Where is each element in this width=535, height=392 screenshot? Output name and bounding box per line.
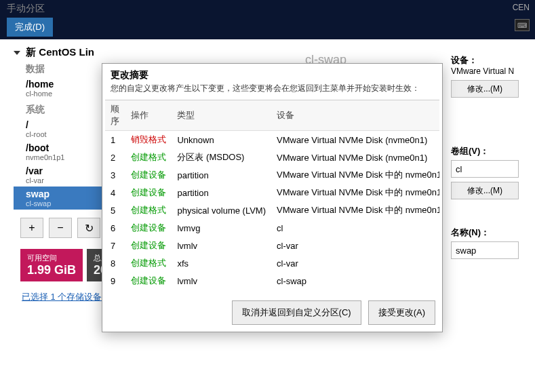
available-space-label: 可用空间 [27,253,76,263]
device-value: VMware Virtual N [451,66,532,76]
cell-device: cl [271,219,439,237]
header-bar: 手动分区 完成(D) CEN ⌨ [0,0,535,39]
cancel-button[interactable]: 取消并返回到自定义分区(C) [232,300,361,325]
dialog-title: 更改摘要 [102,64,442,83]
cell-order: 7 [105,237,125,254]
vg-select[interactable] [451,160,519,178]
cell-order: 9 [105,272,125,290]
dialog-footer: 取消并返回到自定义分区(C) 接受更改(A) [102,294,442,332]
cell-action: 创建设备 [125,219,172,237]
table-row[interactable]: 8创建格式xfscl-var [105,254,439,272]
table-row[interactable]: 6创建设备lvmvgcl [105,219,439,237]
cell-action: 创建设备 [125,237,172,254]
distro-hint: CEN [513,3,530,12]
cell-device: VMware Virtual NVMe Disk 中的 nvme0n1p [271,166,439,184]
table-row[interactable]: 1销毁格式UnknownVMware Virtual NVMe Disk (nv… [105,131,439,149]
cell-action: 创建设备 [125,184,172,201]
cell-type: 分区表 (MSDOS) [172,149,271,166]
col-type: 类型 [172,100,271,131]
table-row[interactable]: 4创建设备partitionVMware Virtual NVMe Disk 中… [105,184,439,201]
col-device: 设备 [271,100,439,131]
cell-device: cl-var [271,254,439,272]
vg-modify-button[interactable]: 修改...(M) [451,182,519,199]
cell-action: 销毁格式 [125,131,172,149]
cell-device: cl-swap [271,272,439,290]
cell-action: 创建格式 [125,201,172,219]
device-label: 设备： [451,54,532,66]
cell-order: 1 [105,131,125,149]
available-space-box: 可用空间 1.99 GiB [20,249,83,281]
cell-device: VMware Virtual NVMe Disk 中的 nvme0n1p [271,184,439,201]
reload-button[interactable]: ↻ [77,218,100,238]
name-input[interactable] [451,241,519,259]
done-button[interactable]: 完成(D) [7,18,53,37]
dialog-description: 您的自定义更改将产生以下变更，这些变更将会在您返回到主菜单并开始安装时生效： [102,83,442,100]
cell-action: 创建设备 [125,272,172,290]
cell-device: VMware Virtual NVMe Disk (nvme0n1) [271,149,439,166]
cell-type: lvmlv [172,237,271,254]
table-row[interactable]: 5创建格式physical volume (LVM)VMware Virtual… [105,201,439,219]
cell-device: VMware Virtual NVMe Disk (nvme0n1) [271,131,439,149]
chevron-down-icon [14,51,20,55]
changes-table: 顺序 操作 类型 设备 1销毁格式UnknownVMware Virtual N… [105,100,439,294]
dialog-table-wrap: 顺序 操作 类型 设备 1销毁格式UnknownVMware Virtual N… [105,100,439,294]
cell-device: cl-var [271,237,439,254]
col-order: 顺序 [105,100,125,131]
cell-type: lvmvg [172,219,271,237]
cell-order: 6 [105,219,125,237]
change-summary-dialog: 更改摘要 您的自定义更改将产生以下变更，这些变更将会在您返回到主菜单并开始安装时… [102,63,443,332]
add-mount-button[interactable]: + [20,218,43,238]
cell-order: 8 [105,254,125,272]
vg-label: 卷组(V)： [451,145,532,157]
cell-order: 3 [105,166,125,184]
cell-type: physical volume (LVM) [172,201,271,219]
cell-type: xfs [172,254,271,272]
keyboard-icon[interactable]: ⌨ [515,19,530,31]
new-install-label: 新 CentOS Lin [26,46,94,58]
cell-action: 创建格式 [125,149,172,166]
table-row[interactable]: 2创建格式分区表 (MSDOS)VMware Virtual NVMe Disk… [105,149,439,166]
remove-mount-button[interactable]: − [49,218,72,238]
cell-action: 创建设备 [125,166,172,184]
page-title: 手动分区 [7,0,528,15]
cell-order: 5 [105,201,125,219]
right-panel: 设备： VMware Virtual N 修改...(M) 卷组(V)： 修改.… [451,47,532,259]
table-row[interactable]: 3创建设备partitionVMware Virtual NVMe Disk 中… [105,166,439,184]
cell-type: lvmlv [172,272,271,290]
cell-order: 4 [105,184,125,201]
name-label: 名称(N)： [451,227,532,239]
device-modify-button[interactable]: 修改...(M) [451,80,519,98]
table-row[interactable]: 7创建设备lvmlvcl-var [105,237,439,254]
table-row[interactable]: 9创建设备lvmlvcl-swap [105,272,439,290]
accept-button[interactable]: 接受更改(A) [368,300,435,325]
new-install-header[interactable]: 新 CentOS Lin [14,46,190,59]
cell-type: partition [172,184,271,201]
cell-type: Unknown [172,131,271,149]
available-space-value: 1.99 GiB [27,263,76,277]
cell-action: 创建格式 [125,254,172,272]
selected-devices-link[interactable]: 已选择 1 个存储设备(S) [22,291,114,303]
col-action: 操作 [125,100,172,131]
table-header-row: 顺序 操作 类型 设备 [105,100,439,131]
cell-type: partition [172,166,271,184]
cell-device: VMware Virtual NVMe Disk 中的 nvme0n1p [271,201,439,219]
cell-order: 2 [105,149,125,166]
